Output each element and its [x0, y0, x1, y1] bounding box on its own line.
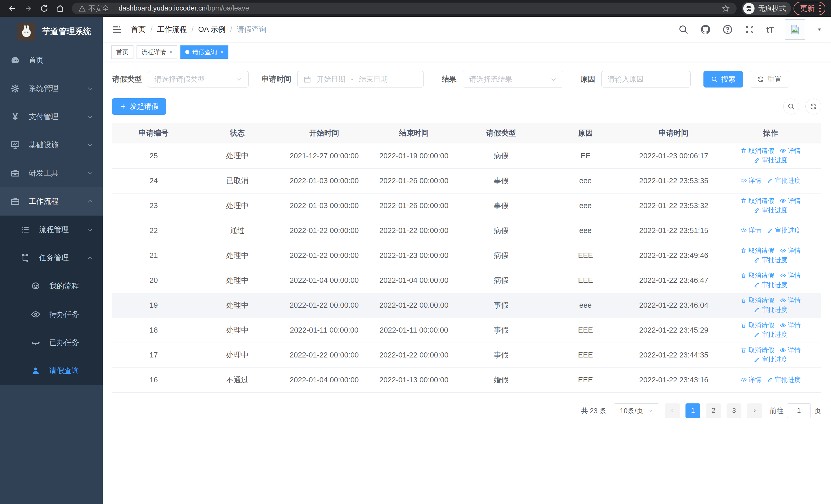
- cancel-leave-link[interactable]: 取消请假: [740, 346, 774, 354]
- cell-status: 处理中: [195, 293, 280, 318]
- approval-progress-link[interactable]: 审批进度: [754, 280, 787, 289]
- chevron-down-icon: [87, 170, 93, 177]
- edit-pen-icon: [767, 227, 773, 234]
- detail-link[interactable]: 详情: [780, 197, 800, 205]
- edit-pen-icon: [754, 257, 760, 263]
- detail-link[interactable]: 详情: [780, 271, 800, 280]
- apply-time-range-picker[interactable]: 开始日期 - 结束日期: [297, 71, 424, 88]
- sidebar-item-label: 我的流程: [49, 281, 79, 291]
- github-icon[interactable]: [700, 24, 711, 35]
- page-number-button[interactable]: 1: [686, 404, 700, 418]
- sidebar-item-leave-query[interactable]: 请假查询: [0, 357, 103, 385]
- cell-id: 20: [112, 268, 195, 293]
- address-bar[interactable]: 不安全 dashboard.yudao.iocoder.cn/bpm/oa/le…: [72, 3, 737, 14]
- incognito-badge[interactable]: 无痕模式: [742, 2, 791, 15]
- detail-link[interactable]: 详情: [780, 321, 800, 329]
- detail-link[interactable]: 详情: [780, 346, 800, 354]
- cell-operations: 取消请假详情审批进度: [720, 243, 821, 268]
- browser-home-button[interactable]: [53, 2, 67, 15]
- url-path: /bpm/oa/leave: [206, 4, 249, 12]
- leave-type-select[interactable]: 请选择请假类型: [148, 71, 249, 88]
- result-select[interactable]: 请选择流结果: [463, 71, 563, 88]
- tab-leave-query[interactable]: 请假查询 ×: [180, 46, 228, 59]
- help-icon[interactable]: [722, 24, 733, 35]
- sidebar-item-system[interactable]: 系统管理: [0, 75, 103, 102]
- url-host: dashboard.yudao.iocoder.cn: [119, 4, 206, 12]
- approval-progress-link[interactable]: 审批进度: [767, 226, 800, 235]
- approval-progress-link[interactable]: 审批进度: [754, 305, 787, 314]
- approval-progress-link[interactable]: 审批进度: [754, 206, 787, 214]
- cancel-leave-link[interactable]: 取消请假: [740, 271, 774, 280]
- sidebar-collapse-icon[interactable]: [111, 24, 122, 35]
- next-page-button[interactable]: [747, 404, 762, 418]
- detail-link[interactable]: 详情: [740, 176, 761, 185]
- sidebar-item-label: 基础设施: [29, 140, 58, 150]
- search-button[interactable]: 搜索: [704, 71, 743, 88]
- browser-reload-button[interactable]: [37, 2, 51, 15]
- tab-process-detail[interactable]: 流程详情 ×: [137, 46, 177, 59]
- sidebar-item-workflow[interactable]: 工作流程: [0, 187, 103, 215]
- not-secure-warning-icon[interactable]: [79, 5, 86, 12]
- cancel-leave-link[interactable]: 取消请假: [740, 246, 774, 255]
- cancel-leave-link[interactable]: 取消请假: [740, 147, 774, 155]
- browser-update-button[interactable]: 更新: [794, 2, 825, 15]
- refresh-table-button[interactable]: [805, 98, 821, 114]
- cell-leave-type: 事假: [459, 293, 543, 318]
- create-leave-button[interactable]: 发起请假: [112, 98, 166, 115]
- detail-link[interactable]: 详情: [780, 147, 800, 155]
- sidebar-item-done-tasks[interactable]: 已办任务: [0, 328, 103, 357]
- cancel-leave-link[interactable]: 取消请假: [740, 197, 774, 205]
- sidebar-logo[interactable]: 芋道管理系统: [0, 17, 103, 46]
- breadcrumb-item[interactable]: OA 示例: [198, 24, 225, 35]
- reason-input[interactable]: [608, 75, 684, 83]
- approval-progress-link[interactable]: 审批进度: [754, 355, 787, 364]
- approval-progress-link[interactable]: 审批进度: [754, 330, 787, 339]
- caret-down-icon[interactable]: [816, 27, 822, 32]
- detail-link[interactable]: 详情: [780, 246, 800, 255]
- cell-end-time: 2022-01-23 00:00:00: [369, 243, 459, 268]
- sidebar-item-devtools[interactable]: 研发工具: [0, 159, 103, 187]
- bookmark-star-icon[interactable]: [722, 4, 730, 12]
- close-icon[interactable]: ×: [169, 49, 172, 55]
- sidebar-item-home[interactable]: 首页: [0, 46, 103, 75]
- sidebar-item-task-management[interactable]: 任务管理: [0, 244, 103, 272]
- prev-page-button[interactable]: [665, 404, 680, 418]
- browser-forward-button[interactable]: [22, 2, 35, 15]
- goto-page-input[interactable]: [787, 404, 811, 418]
- sidebar-item-my-process[interactable]: 我的流程: [0, 272, 103, 300]
- page-number-button[interactable]: 2: [706, 404, 721, 418]
- sidebar-item-process-management[interactable]: 流程管理: [0, 215, 103, 244]
- flow-branch-icon: [20, 253, 31, 263]
- detail-link[interactable]: 详情: [740, 226, 761, 235]
- breadcrumb-item[interactable]: 工作流程: [157, 24, 187, 35]
- sidebar-item-payment[interactable]: ¥ 支付管理: [0, 102, 103, 131]
- approval-progress-link[interactable]: 审批进度: [754, 156, 787, 164]
- filter-form: 请假类型 请选择请假类型 申请时间 开始日期 - 结束日期 结果 请选择流结果: [112, 71, 821, 88]
- browser-menu-icon[interactable]: [819, 5, 821, 12]
- approval-progress-link[interactable]: 审批进度: [767, 176, 800, 185]
- cancel-leave-link[interactable]: 取消请假: [740, 296, 774, 305]
- page-size-label: 10条/页: [620, 406, 643, 415]
- header-search-icon[interactable]: [678, 24, 689, 35]
- cell-start-time: 2022-01-22 00:00:00: [280, 343, 369, 367]
- cancel-leave-link[interactable]: 取消请假: [740, 321, 774, 329]
- font-size-icon[interactable]: tT: [766, 25, 774, 35]
- column-header: 申请时间: [628, 123, 720, 144]
- sidebar-item-infrastructure[interactable]: 基础设施: [0, 131, 103, 159]
- tab-home[interactable]: 首页: [111, 46, 134, 59]
- trash-icon: [740, 272, 747, 279]
- toggle-search-button[interactable]: [783, 98, 799, 114]
- sidebar-item-todo-tasks[interactable]: 待办任务: [0, 300, 103, 328]
- reset-button[interactable]: 重置: [750, 71, 789, 88]
- close-icon[interactable]: ×: [220, 49, 224, 55]
- browser-back-button[interactable]: [6, 2, 19, 15]
- page-number-button[interactable]: 3: [726, 404, 741, 418]
- fullscreen-icon[interactable]: [744, 24, 755, 35]
- approval-progress-link[interactable]: 审批进度: [754, 256, 787, 264]
- approval-progress-link[interactable]: 审批进度: [767, 376, 800, 384]
- detail-link[interactable]: 详情: [740, 376, 761, 384]
- breadcrumb-item[interactable]: 首页: [131, 24, 146, 35]
- avatar[interactable]: [785, 19, 805, 40]
- page-size-select[interactable]: 10条/页: [613, 404, 659, 418]
- detail-link[interactable]: 详情: [780, 296, 800, 305]
